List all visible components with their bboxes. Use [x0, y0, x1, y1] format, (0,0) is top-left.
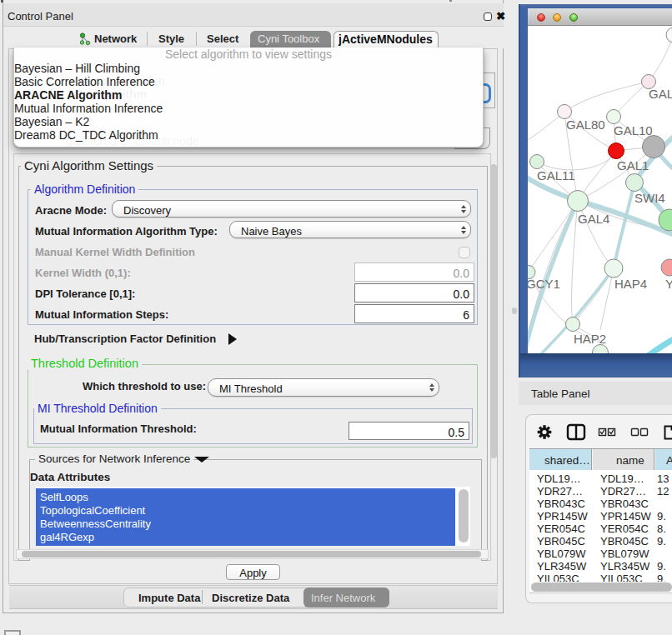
svg-text:Y: Y: [665, 277, 672, 291]
svg-text:GAL1: GAL1: [617, 158, 649, 172]
svg-text:GAL11: GAL11: [537, 168, 575, 182]
svg-text:HAP4: HAP4: [614, 277, 647, 291]
svg-text:GAL10: GAL10: [614, 123, 653, 138]
svg-text:GAL80: GAL80: [566, 118, 605, 132]
svg-text:HAP2: HAP2: [574, 332, 606, 346]
svg-text:GAL: GAL: [649, 87, 672, 101]
svg-text:GAL4: GAL4: [578, 212, 609, 226]
svg-text:SWI4: SWI4: [634, 191, 665, 205]
svg-text:GCY1: GCY1: [528, 277, 560, 291]
